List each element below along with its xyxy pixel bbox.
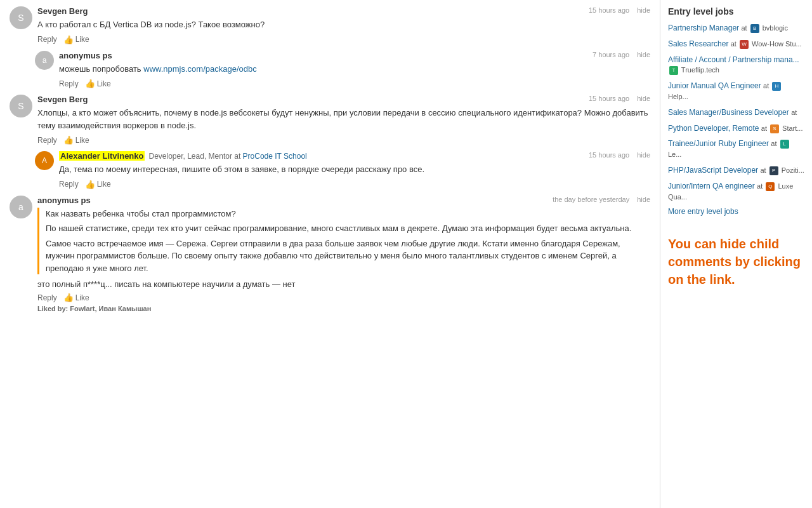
job-link-2[interactable]: Affiliate / Account / Partnership mana..… [668, 55, 799, 64]
comment-2-reply-1: A Alexander Litvinenko Developer, Lead, … [35, 151, 650, 189]
comment-actions-1r1: Reply 👍 Like [59, 79, 650, 88]
reply-button-1r1[interactable]: Reply [59, 79, 79, 88]
comment-thread-3: a anonymus ps the day before yesterday h… [10, 196, 650, 313]
comment-body-1: Sevgen Berg 15 hours ago hide А кто рабо… [37, 6, 650, 44]
comment-body-3: anonymus ps the day before yesterday hid… [37, 196, 650, 313]
job-link-3[interactable]: Junior Manual QA Engineer [668, 81, 761, 90]
reply-link-1r1[interactable]: www.npmjs.com/package/odbc [143, 64, 256, 74]
hide-link-3[interactable]: hide [637, 196, 650, 203]
comment-header-1r1: anonymus ps 7 hours ago hide [59, 51, 650, 60]
hide-link-2r1[interactable]: hide [637, 151, 650, 159]
comments-section: S Sevgen Berg 15 hours ago hide А кто ра… [0, 0, 660, 508]
like-icon-1: 👍 [63, 35, 74, 44]
avatar-sevgen-berg-1: S [10, 6, 32, 29]
comment-text-2r1: Да, тема по моему интересная, пишите об … [59, 163, 650, 176]
job-company-0: at B bvblogic [741, 24, 788, 32]
job-link-7[interactable]: PHP/JavaScript Developer [668, 166, 758, 175]
hide-link-1r1[interactable]: hide [637, 51, 650, 58]
sidebar-job-0: Partnership Manager at B bvblogic [668, 23, 804, 34]
comment-thread-2: S Sevgen Berg 15 hours ago hide Хлопцы, … [10, 95, 650, 189]
comment-thread-1: S Sevgen Berg 15 hours ago hide А кто ра… [10, 6, 650, 88]
job-company-2: T Trueflip.tech [668, 66, 719, 74]
comment-1: S Sevgen Berg 15 hours ago hide А кто ра… [10, 6, 650, 44]
comment-actions-1: Reply 👍 Like [37, 35, 650, 44]
hide-link-1[interactable]: hide [637, 6, 650, 14]
comment-time-actions-1r1: 7 hours ago hide [593, 51, 650, 58]
comment-time-actions-3: the day before yesterday hide [553, 196, 650, 203]
author-name-1: Sevgen Berg [37, 6, 88, 16]
reply-button-2[interactable]: Reply [37, 136, 57, 145]
comment-meta-1r1: anonymus ps [59, 51, 112, 60]
comment-time-2: 15 hours ago [589, 95, 629, 102]
job-link-4[interactable]: Sales Manager/Business Developer [668, 108, 789, 117]
like-button-1[interactable]: 👍 Like [63, 35, 89, 44]
job-link-1[interactable]: Sales Researcher [668, 39, 728, 48]
tooltip-text: You can hide child comments by clicking … [668, 235, 804, 288]
job-company-7: at P Poziti... [760, 166, 804, 174]
role-link-2r1[interactable]: ProCode IT School [243, 152, 307, 161]
like-icon-1r1: 👍 [85, 79, 95, 88]
sidebar-title: Entry level jobs [668, 6, 804, 17]
comment-time-actions-2: 15 hours ago hide [589, 95, 650, 102]
sidebar-job-1: Sales Researcher at W Wow-How Stu... [668, 39, 804, 50]
comment-actions-3: Reply 👍 Like [37, 293, 650, 302]
like-button-3[interactable]: 👍 Like [63, 293, 89, 302]
comment-meta-2: Sevgen Berg [37, 95, 88, 104]
comment-header-2r1: Alexander Litvinenko Developer, Lead, Me… [59, 151, 650, 161]
comment-time-2r1: 15 hours ago [589, 151, 629, 159]
job-link-0[interactable]: Partnership Manager [668, 23, 739, 32]
comment-3: a anonymus ps the day before yesterday h… [10, 196, 650, 313]
like-button-1r1[interactable]: 👍 Like [85, 79, 111, 88]
sidebar-job-2: Affiliate / Account / Partnership mana..… [668, 55, 804, 76]
comment-1-reply-1: a anonymus ps 7 hours ago hide можешь по… [35, 51, 650, 89]
comment-time-1: 15 hours ago [589, 6, 629, 14]
like-button-2r1[interactable]: 👍 Like [85, 180, 111, 189]
like-label-3: Like [75, 293, 89, 302]
job-link-6[interactable]: Trainee/Junior Ruby Engineer [668, 139, 769, 148]
comment-time-actions-2r1: 15 hours ago hide [589, 151, 650, 159]
like-button-2[interactable]: 👍 Like [63, 135, 89, 145]
comment-header-1: Sevgen Berg 15 hours ago hide [37, 6, 650, 16]
blockquote-line-3: Самое часто встречаемое имя — Сережа. Се… [46, 237, 650, 275]
job-company-1: at W Wow-How Stu... [731, 40, 802, 48]
sidebar-job-4: Sales Manager/Business Developer at [668, 107, 804, 118]
like-label-2: Like [75, 136, 89, 145]
jobs-list: Partnership Manager at B bvblogicSales R… [668, 23, 804, 202]
comment-time-3: the day before yesterday [553, 196, 629, 203]
comment-meta-2r1: Alexander Litvinenko Developer, Lead, Me… [59, 151, 307, 161]
comment-text-1: А кто работал с БД Vertica DB из node.js… [37, 18, 650, 31]
comment-body-2: Sevgen Berg 15 hours ago hide Хлопцы, а … [37, 95, 650, 145]
liked-by-users-3: Fowlart, Иван Камышан [70, 305, 151, 312]
more-jobs-link[interactable]: More entry level jobs [668, 207, 804, 216]
comment-meta-3: anonymus ps [37, 196, 91, 205]
hide-link-2[interactable]: hide [637, 95, 650, 102]
sidebar-job-5: Python Developer, Remote at S Start... [668, 123, 804, 134]
comment-time-1r1: 7 hours ago [593, 51, 629, 58]
author-name-2r1: Alexander Litvinenko [59, 151, 145, 161]
reply-button-2r1[interactable]: Reply [59, 180, 79, 189]
sidebar-job-3: Junior Manual QA Engineer at H Help... [668, 81, 804, 102]
author-name-2: Sevgen Berg [37, 95, 88, 104]
job-company-4: at [791, 109, 797, 116]
like-label-1: Like [75, 35, 89, 44]
comment-header-2: Sevgen Berg 15 hours ago hide [37, 95, 650, 104]
comment-text-1r1: можешь попробовать www.npmjs.com/package… [59, 63, 650, 76]
author-role-2r1: Developer, Lead, Mentor at ProCode IT Sc… [148, 152, 306, 161]
like-label-2r1: Like [97, 180, 111, 189]
like-label-1r1: Like [97, 79, 111, 88]
reply-button-3[interactable]: Reply [37, 293, 57, 302]
liked-by-label-3: Liked by: [37, 305, 68, 312]
job-link-8[interactable]: Junior/Intern QA engineer [668, 182, 755, 190]
reply-text-prefix-1r1: можешь попробовать [59, 64, 143, 74]
blockquote-line-2: По нашей статистике, среди тех кто учит … [46, 222, 650, 235]
comment-meta-1: Sevgen Berg [37, 6, 88, 16]
comment-body-2r1: Alexander Litvinenko Developer, Lead, Me… [59, 151, 650, 189]
censored-text-3: это полный п****ц... писать на компьютер… [37, 279, 650, 289]
author-name-1r1: anonymus ps [59, 51, 112, 60]
tooltip-container: You can hide child comments by clicking … [668, 235, 804, 288]
avatar-alexander: A [35, 151, 54, 170]
comment-text-2: Хлопцы, а кто может объяснить, почему в … [37, 107, 650, 131]
reply-button-1[interactable]: Reply [37, 35, 57, 44]
sidebar-job-8: Junior/Intern QA engineer at Q Luxe Qua.… [668, 181, 804, 203]
job-link-5[interactable]: Python Developer, Remote [668, 124, 759, 133]
